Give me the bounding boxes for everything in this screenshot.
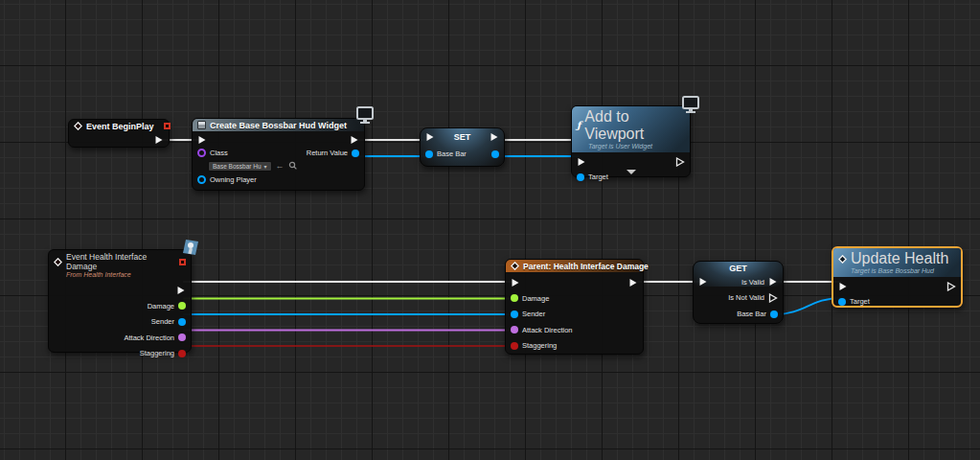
class-select-dropdown[interactable]: Base Bossbar Hu ▾ (208, 161, 272, 172)
node-subtitle: Target is User Widget (577, 143, 685, 150)
exec-out-pin[interactable] (946, 282, 956, 291)
base-bar-label: Base Bar (737, 310, 766, 318)
attack-direction-label: Attack Direction (124, 334, 174, 342)
exec-out-pin[interactable] (154, 135, 164, 145)
owning-player-label: Owning Player (210, 175, 257, 184)
node-title: Parent: Health Interface Damage (523, 262, 649, 271)
node-set-base-bar[interactable]: SET Base Bar (420, 127, 505, 167)
base-bar-out-pin[interactable] (491, 150, 499, 158)
exec-in-pin[interactable] (838, 282, 848, 291)
browse-asset-icon[interactable] (288, 161, 297, 172)
node-event-health-interface-damage[interactable]: Event Health Interface Damage From Healt… (48, 249, 192, 353)
wire-layer (0, 0, 980, 460)
base-bar-pin[interactable] (770, 310, 778, 318)
node-title: Event Health Interface Damage (66, 252, 170, 271)
sender-label: Sender (151, 317, 174, 326)
damage-pin[interactable] (511, 294, 518, 302)
exec-in-pin[interactable] (577, 157, 586, 167)
is-valid-label: Is Valid (741, 278, 764, 287)
target-label: Target (850, 297, 870, 306)
exec-in-pin[interactable] (197, 135, 207, 145)
node-add-to-viewport[interactable]: ƒ Add to Viewport Target is User Widget … (571, 105, 691, 177)
node-get-base-bar[interactable]: GET Is Valid Is Not Valid Base Bar (693, 261, 784, 324)
owning-player-pin[interactable] (197, 175, 206, 184)
target-label: Target (588, 172, 608, 181)
base-bar-in-pin[interactable] (425, 150, 433, 158)
function-icon: ƒ (577, 121, 581, 130)
exec-out-pin[interactable] (350, 135, 359, 145)
sender-pin[interactable] (511, 310, 518, 318)
class-pin[interactable] (197, 149, 206, 157)
exec-out-pin[interactable] (675, 157, 685, 167)
is-not-valid-exec-pin[interactable] (768, 293, 778, 303)
staggering-label: Staggering (522, 341, 557, 350)
sender-label: Sender (522, 310, 545, 318)
event-icon (838, 255, 847, 264)
exec-in-pin[interactable] (698, 277, 708, 287)
damage-label: Damage (522, 294, 549, 303)
widget-icon (197, 121, 206, 129)
exec-out-pin[interactable] (490, 132, 499, 142)
return-value-pin[interactable] (352, 150, 359, 157)
node-create-widget[interactable]: Create Base Bossbar Hud Widget Class Ret… (192, 118, 365, 191)
node-title: Update Health (851, 250, 948, 267)
attack-direction-pin[interactable] (511, 326, 518, 334)
event-icon (74, 122, 82, 130)
node-subtitle: Target is Base Bossbar Hud (838, 267, 956, 274)
staggering-pin[interactable] (178, 350, 186, 357)
sender-pin[interactable] (178, 318, 186, 326)
event-icon (54, 258, 62, 266)
node-parent-health-interface-damage[interactable]: Parent: Health Interface Damage Damage S… (505, 259, 644, 355)
target-pin[interactable] (838, 298, 846, 306)
node-title: SET (439, 132, 486, 142)
blueprint-canvas[interactable]: Event BeginPlay Create Base Bossbar Hud … (0, 0, 980, 460)
node-title: Add to Viewport (584, 108, 685, 143)
interface-icon (181, 238, 200, 261)
target-pin[interactable] (577, 173, 584, 181)
exec-in-pin[interactable] (425, 132, 435, 142)
is-valid-exec-pin[interactable] (768, 277, 778, 287)
delegate-pin[interactable] (164, 123, 171, 129)
exec-out-pin[interactable] (176, 286, 186, 295)
damage-pin[interactable] (178, 302, 186, 310)
node-update-health[interactable]: Update Health Target is Base Bossbar Hud… (832, 246, 963, 308)
class-pin-label: Class (210, 149, 228, 157)
monitor-icon (680, 96, 701, 119)
node-title: GET (729, 264, 747, 273)
return-value-label: Return Value (307, 149, 348, 157)
node-title: Create Base Bossbar Hud Widget (210, 121, 347, 130)
collapse-chevron-icon[interactable] (627, 170, 636, 174)
is-not-valid-label: Is Not Valid (728, 293, 764, 302)
exec-out-pin[interactable] (628, 278, 638, 288)
node-title: Event BeginPlay (86, 122, 154, 131)
dropdown-caret-icon: ▾ (264, 163, 267, 170)
base-bar-label: Base Bar (437, 150, 467, 158)
use-selected-arrow-icon[interactable]: ← (276, 162, 285, 171)
staggering-label: Staggering (140, 349, 174, 357)
attack-direction-pin[interactable] (178, 334, 186, 341)
node-event-beginplay[interactable]: Event BeginPlay (68, 119, 170, 148)
damage-label: Damage (148, 302, 174, 310)
event-icon (511, 262, 519, 270)
staggering-pin[interactable] (511, 342, 518, 350)
exec-in-pin[interactable] (511, 278, 520, 288)
monitor-icon (354, 106, 376, 129)
attack-direction-label: Attack Direction (522, 326, 573, 334)
node-subtitle: From Health Interface (54, 271, 186, 278)
